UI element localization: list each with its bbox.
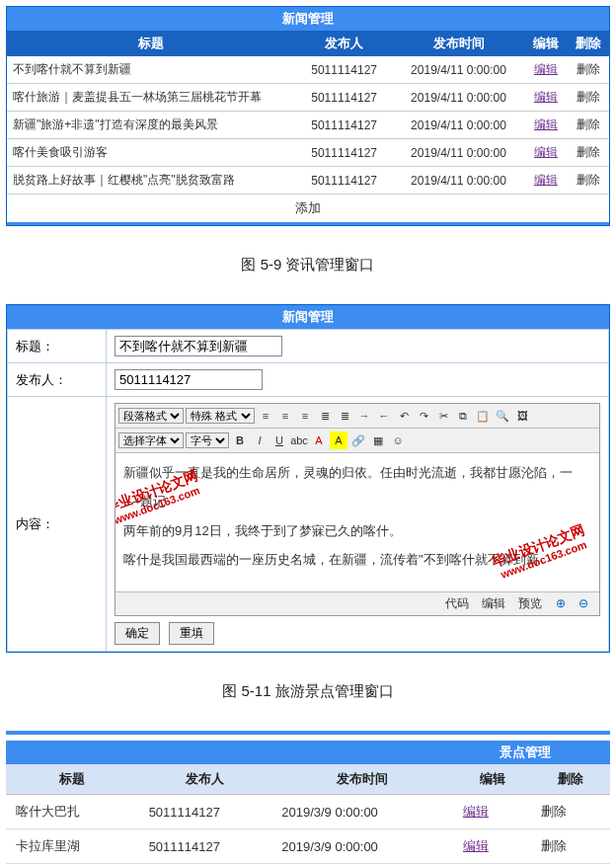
table-header: 标题 发布人 发布时间 编辑 删除 xyxy=(6,764,610,795)
news-edit-panel: 新闻管理 标题： 发布人： 内容： 段落格式 特殊 格式 ≡ ≡ ≡ ≣ xyxy=(6,304,610,653)
bold-icon[interactable]: B xyxy=(231,432,249,449)
bgcolor-icon[interactable]: A xyxy=(330,432,347,449)
delete-link[interactable]: 删除 xyxy=(577,118,600,131)
editor-line: 喀什是我国最西端的一座历史名城，在新疆，流传着"不到喀什就不算到新 xyxy=(123,548,591,571)
cell-title: 喀什旅游｜麦盖提县五一林场第三届桃花节开幕 xyxy=(7,84,296,112)
cell-title: 喀什大巴扎 xyxy=(6,795,139,829)
th-del: 删除 xyxy=(531,764,610,795)
table-icon[interactable]: ▦ xyxy=(369,432,387,449)
edit-link[interactable]: 编辑 xyxy=(463,838,489,853)
th-title: 标题 xyxy=(6,764,139,795)
minus-icon[interactable]: ⊖ xyxy=(578,596,588,610)
italic-icon[interactable]: I xyxy=(251,432,269,449)
news-table: 标题 发布人 发布时间 编辑 删除 不到喀什就不算到新疆501111412720… xyxy=(7,31,609,195)
news-manage-panel: 新闻管理 标题 发布人 发布时间 编辑 删除 不到喀什就不算到新疆5011114… xyxy=(6,6,610,226)
cell-time: 2019/4/11 0:00:00 xyxy=(392,84,524,112)
find-icon[interactable]: 🔍 xyxy=(494,407,511,425)
th-edit: 编辑 xyxy=(453,764,532,795)
publisher-label: 发布人： xyxy=(8,363,107,397)
delete-link[interactable]: 删除 xyxy=(577,145,600,159)
editor-toolbar-2: 选择字体 字号 B I U abc A A 🔗 ▦ ☺ xyxy=(116,429,599,453)
align-center-icon[interactable]: ≡ xyxy=(276,407,294,425)
special-select[interactable]: 特殊 格式 xyxy=(186,408,255,424)
cell-publisher: 5011114127 xyxy=(296,112,393,139)
size-select[interactable]: 字号 xyxy=(186,432,229,448)
underline-icon[interactable]: U xyxy=(270,432,288,449)
cell-publisher: 5011114127 xyxy=(139,795,272,829)
spot-manage-panel: 景点管理 标题 发布人 发布时间 编辑 删除 喀什大巴扎501111412720… xyxy=(6,741,610,864)
th-publisher: 发布人 xyxy=(296,31,393,56)
cell-time: 2019/4/11 0:00:00 xyxy=(392,56,524,84)
edit-tab[interactable]: 编辑 xyxy=(482,596,505,610)
cell-time: 2019/4/11 0:00:00 xyxy=(392,167,524,195)
editor-toolbar: 段落格式 特殊 格式 ≡ ≡ ≡ ≣ ≣ → ← ↶ ↷ ✂ ⧉ 📋 xyxy=(116,404,599,429)
edit-link[interactable]: 编辑 xyxy=(534,90,558,104)
th-del: 删除 xyxy=(567,31,609,56)
align-left-icon[interactable]: ≡ xyxy=(257,407,274,425)
plus-icon[interactable]: ⊕ xyxy=(556,596,566,610)
link-icon[interactable]: 🔗 xyxy=(349,432,367,449)
cell-publisher: 5011114127 xyxy=(296,139,393,167)
edit-link[interactable]: 编辑 xyxy=(534,62,558,76)
color-icon[interactable]: A xyxy=(310,432,328,449)
delete-link[interactable]: 删除 xyxy=(577,90,600,104)
outdent-icon[interactable]: ← xyxy=(375,407,393,425)
undo-icon[interactable]: ↶ xyxy=(395,407,413,425)
table-row: 脱贫路上好故事｜红樱桃"点亮"脱贫致富路50111141272019/4/11 … xyxy=(7,167,609,195)
publisher-input[interactable] xyxy=(115,369,263,390)
image-icon[interactable]: 🖼 xyxy=(513,407,531,425)
editor-textarea[interactable]: 毕业设计论文网 www.doc163.com 毕业设计论文网 www.doc16… xyxy=(116,453,599,591)
th-edit: 编辑 xyxy=(525,31,568,56)
edit-link[interactable]: 编辑 xyxy=(534,145,558,159)
smiley-icon[interactable]: ☺ xyxy=(389,432,407,449)
figure-caption-1: 图 5-9 资讯管理窗口 xyxy=(0,232,616,298)
table-row: 喀什旅游｜麦盖提县五一林场第三届桃花节开幕50111141272019/4/11… xyxy=(7,84,609,112)
strike-icon[interactable]: abc xyxy=(290,432,308,449)
editor-line: 新疆似乎一直是我的生命居所，灵魂的归依。任由时光流逝，我都甘愿沦陷，一 xyxy=(123,461,591,484)
font-select[interactable]: 选择字体 xyxy=(118,432,184,448)
table-row: 喀什大巴扎50111141272019/3/9 0:00:00编辑删除 xyxy=(6,795,610,829)
th-time: 发布时间 xyxy=(271,764,453,795)
cell-time: 2019/4/11 0:00:00 xyxy=(392,139,524,167)
align-right-icon[interactable]: ≡ xyxy=(296,407,314,425)
top-stripe xyxy=(6,731,610,735)
cell-time: 2019/4/11 0:00:00 xyxy=(392,112,524,139)
list-ol-icon[interactable]: ≣ xyxy=(316,407,334,425)
reset-button[interactable]: 重填 xyxy=(169,622,214,645)
table-row: 新疆"旅游+非遗"打造有深度的最美风景50111141272019/4/11 0… xyxy=(7,112,609,139)
cell-publisher: 5011114127 xyxy=(139,829,272,864)
delete-link[interactable]: 删除 xyxy=(541,838,567,853)
cell-title: 新疆"旅游+非遗"打造有深度的最美风景 xyxy=(7,112,296,139)
list-ul-icon[interactable]: ≣ xyxy=(336,407,353,425)
redo-icon[interactable]: ↷ xyxy=(415,407,432,425)
edit-link[interactable]: 编辑 xyxy=(534,173,558,187)
delete-link[interactable]: 删除 xyxy=(541,804,567,819)
cell-publisher: 5011114127 xyxy=(296,56,393,84)
edit-link[interactable]: 编辑 xyxy=(534,118,558,131)
table-row: 不到喀什就不算到新疆50111141272019/4/11 0:00:00编辑删… xyxy=(7,56,609,84)
code-tab[interactable]: 代码 xyxy=(445,596,469,610)
cut-icon[interactable]: ✂ xyxy=(434,407,452,425)
edit-form: 标题： 发布人： 内容： 段落格式 特殊 格式 ≡ ≡ ≡ ≣ ≣ xyxy=(7,329,609,652)
th-time: 发布时间 xyxy=(392,31,524,56)
indent-icon[interactable]: → xyxy=(355,407,373,425)
table-row: 喀什美食吸引游客50111141272019/4/11 0:00:00编辑删除 xyxy=(7,139,609,167)
edit-link[interactable]: 编辑 xyxy=(463,804,489,819)
title-input[interactable] xyxy=(115,336,282,356)
delete-link[interactable]: 删除 xyxy=(577,173,600,187)
panel-title: 景点管理 xyxy=(6,741,610,764)
para-select[interactable]: 段落格式 xyxy=(118,408,184,424)
copy-icon[interactable]: ⧉ xyxy=(454,407,472,425)
cell-title: 卡拉库里湖 xyxy=(6,829,139,864)
cell-time: 2019/3/9 0:00:00 xyxy=(271,795,453,829)
figure-caption-2: 图 5-11 旅游景点管理窗口 xyxy=(0,659,616,725)
cell-title: 不到喀什就不算到新疆 xyxy=(7,56,296,84)
ok-button[interactable]: 确定 xyxy=(115,622,160,645)
editor-footer: 代码 编辑 预览 ⊕ ⊖ xyxy=(116,591,599,615)
editor-line: 两年前的9月12日，我终于到了梦寐已久的喀什。 xyxy=(123,519,591,542)
preview-tab[interactable]: 预览 xyxy=(518,596,542,610)
add-button[interactable]: 添加 xyxy=(7,195,609,225)
delete-link[interactable]: 删除 xyxy=(577,62,600,76)
paste-icon[interactable]: 📋 xyxy=(474,407,492,425)
cell-title: 喀什美食吸引游客 xyxy=(7,139,296,167)
